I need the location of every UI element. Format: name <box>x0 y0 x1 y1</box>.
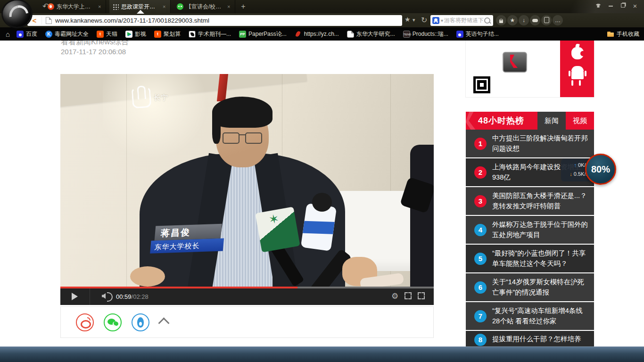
speaker-name: 蒋昌俊 <box>155 224 222 241</box>
tab-favicon <box>177 3 183 10</box>
rank-badge: 5 <box>474 253 487 265</box>
article-datetime: 2017-11-17 20:06:08 <box>61 48 126 56</box>
bookmark-yz[interactable]: https://yz.ch... <box>295 31 339 38</box>
app-download-panel <box>466 41 594 97</box>
theater-mode-icon[interactable] <box>405 292 412 299</box>
bookmark-movies[interactable]: 影视 <box>125 30 146 38</box>
home-icon[interactable] <box>6 30 10 38</box>
tab-recruit[interactable]: 【宣讲会/校招】安踏... <box>174 0 235 13</box>
hotlist-item[interactable]: 4 外媒称万达急于脱手位于国外的五处房地产项目 <box>466 216 594 244</box>
battery-widget[interactable]: 80% <box>585 154 616 185</box>
url-text[interactable]: www.kankanews.com/a/2017-11-17/001822900… <box>55 17 209 24</box>
journal-icon <box>189 31 196 38</box>
knews-logo <box>503 52 527 73</box>
bookmark-products[interactable]: Products::瑞... <box>403 30 448 38</box>
hotlist-item[interactable]: 7 “复兴号”高速动车组新增4条线28个站 看看经过你家 <box>466 302 594 330</box>
bookmark-tmall[interactable]: 天猫 <box>97 30 117 38</box>
android-icon[interactable] <box>571 71 584 79</box>
hotlist-item[interactable]: 3 美国防部五角大楼手滑还是...？竟转发推文呼吁特朗普 <box>466 187 594 215</box>
interviewee-hair <box>212 119 221 144</box>
tab-close-icon[interactable] <box>163 4 167 9</box>
tab-dhu-auth[interactable]: 东华大学上网认证 <box>45 0 106 13</box>
restore-button[interactable] <box>617 2 629 10</box>
bookmark-caret-icon[interactable] <box>413 16 415 23</box>
games-button[interactable] <box>530 15 540 25</box>
hotlist-item[interactable]: 8 提拔重用什么干部？怎样培养 <box>466 331 594 346</box>
mobile-favorites[interactable]: 手机收藏 <box>607 30 639 38</box>
security-lock-button[interactable] <box>496 15 506 25</box>
hotlist-item[interactable]: 6 关于“14岁俄罗斯女模特在沪死亡事件”的情况通报 <box>466 273 594 301</box>
rank-badge: 7 <box>474 310 487 322</box>
favorites-button[interactable] <box>507 15 518 25</box>
tab-label: 思政课堂开讲 莘莘学 <box>121 3 160 11</box>
bookmark-journal[interactable]: 学术期刊—... <box>189 30 231 38</box>
play-button[interactable] <box>72 293 78 300</box>
download-arrow-icon: ↓ <box>570 170 572 179</box>
divider <box>90 288 90 305</box>
refresh-icon[interactable] <box>421 16 427 25</box>
bookmark-baidu[interactable]: 百度 <box>17 30 37 38</box>
skin-button[interactable] <box>592 2 604 10</box>
rank-badge: 2 <box>474 166 487 179</box>
hotlist-title: 48小时热榜 <box>478 115 524 126</box>
search-engine-caret-icon[interactable] <box>441 18 443 23</box>
search-icon[interactable] <box>484 17 490 24</box>
video-player[interactable]: 长宁 蒋昌俊 东华大学校长 <box>60 74 434 287</box>
address-bar[interactable]: www.kankanews.com/a/2017-11-17/001822900… <box>27 15 402 26</box>
browser-logo[interactable] <box>3 0 31 27</box>
hotlist-tab-news[interactable]: 新闻 <box>537 112 566 130</box>
hotlist-item[interactable]: 5 “最好骑”的小蓝也倒闭了！共享单车能熬过这个冬天吗？ <box>466 245 594 272</box>
lower-third: 蒋昌俊 东华大学校长 <box>153 223 225 253</box>
collapse-chevron-icon[interactable] <box>158 317 169 329</box>
tab-favicon <box>112 3 119 10</box>
close-button[interactable] <box>629 2 641 10</box>
tab-label: 【宣讲会/校招】安踏... <box>186 3 225 11</box>
bookmark-juhuasuan[interactable]: 聚划算 <box>154 30 181 38</box>
search-input[interactable]: 游客将野猪逼下崖 <box>444 16 484 25</box>
mobile-button[interactable] <box>541 15 552 25</box>
tab-close-icon[interactable] <box>98 4 103 9</box>
volume-icon[interactable] <box>102 293 106 299</box>
page-icon <box>347 31 354 38</box>
upload-arrow-icon: ↑ <box>574 161 577 170</box>
rank-badge: 4 <box>474 224 487 236</box>
app-platforms <box>560 41 594 97</box>
volume-icon[interactable] <box>107 292 113 302</box>
apple-icon[interactable] <box>571 47 584 59</box>
tend-icon <box>403 31 410 38</box>
reporter-arm <box>410 145 434 287</box>
share-wechat-icon[interactable] <box>104 313 122 331</box>
tab-favicon <box>48 3 54 10</box>
microphone-head <box>312 193 332 212</box>
bookmark-english[interactable]: 英语句子结... <box>456 30 499 38</box>
rank-badge: 6 <box>474 281 487 294</box>
interviewee-hand <box>130 266 165 287</box>
fullscreen-icon[interactable] <box>418 292 425 299</box>
play-icon <box>125 31 132 38</box>
baidu-icon <box>17 31 24 38</box>
duba-icon <box>45 31 52 38</box>
search-engine-icon[interactable] <box>432 17 439 24</box>
rank-badge: 1 <box>474 138 487 150</box>
hotlist-tab-video[interactable]: 视频 <box>566 112 594 130</box>
interviewee-hair <box>212 97 272 128</box>
folder-icon <box>607 31 614 38</box>
wall-seam <box>126 74 127 287</box>
menu-more-button[interactable] <box>553 15 563 25</box>
tab-close-icon[interactable] <box>227 4 232 9</box>
bookmark-paperpass[interactable]: PaperPass论... <box>239 30 287 38</box>
share-qq-icon[interactable] <box>132 313 149 331</box>
new-tab-button[interactable] <box>239 2 248 11</box>
search-box[interactable]: 游客将野猪逼下崖 <box>430 15 493 26</box>
hotlist-item[interactable]: 1 中方提出三阶段解决缅甸若开邦问题设想 <box>466 130 594 157</box>
bookmark-dhu-grad[interactable]: 东华大学研究... <box>347 30 395 38</box>
bookmark-duba[interactable]: 毒霸网址大全 <box>45 30 89 38</box>
bookmark-star-icon[interactable] <box>405 16 411 23</box>
time-display: 00:59/02:28 <box>116 293 149 300</box>
tmall-icon <box>97 31 104 38</box>
video-controls: 00:59/02:28 <box>60 287 434 305</box>
download-button[interactable] <box>519 15 529 25</box>
share-weibo-icon[interactable] <box>76 313 94 331</box>
minimize-button[interactable] <box>604 2 617 10</box>
settings-gear-icon[interactable] <box>391 291 398 301</box>
